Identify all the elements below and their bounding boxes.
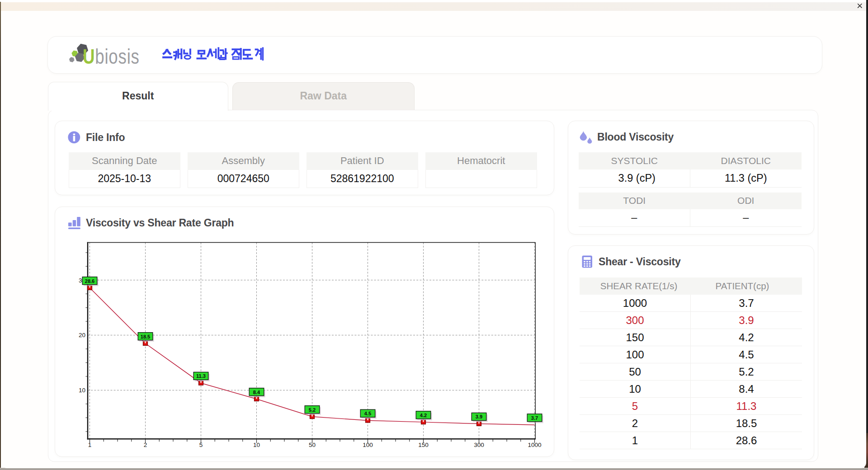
svg-text:4.5: 4.5: [364, 411, 371, 416]
svg-text:10: 10: [253, 442, 260, 448]
svg-text:5.2: 5.2: [309, 407, 316, 413]
svg-text:1000: 1000: [528, 442, 541, 448]
svg-text:50: 50: [309, 442, 316, 448]
svg-text:4.2: 4.2: [420, 413, 427, 418]
svg-text:28.6: 28.6: [85, 278, 94, 284]
svg-text:20: 20: [79, 332, 85, 338]
svg-text:18.5: 18.5: [141, 334, 150, 339]
svg-text:10: 10: [79, 387, 85, 394]
svg-text:1: 1: [88, 442, 92, 448]
svg-text:3.9: 3.9: [476, 414, 482, 419]
svg-text:8.4: 8.4: [253, 390, 260, 395]
svg-text:300: 300: [474, 442, 484, 448]
svg-text:11.3: 11.3: [196, 373, 206, 379]
svg-text:3.7: 3.7: [531, 415, 538, 421]
svg-text:100: 100: [363, 442, 373, 448]
svg-text:150: 150: [418, 442, 429, 448]
svg-text:2: 2: [144, 442, 147, 448]
svg-text:5: 5: [199, 442, 203, 448]
